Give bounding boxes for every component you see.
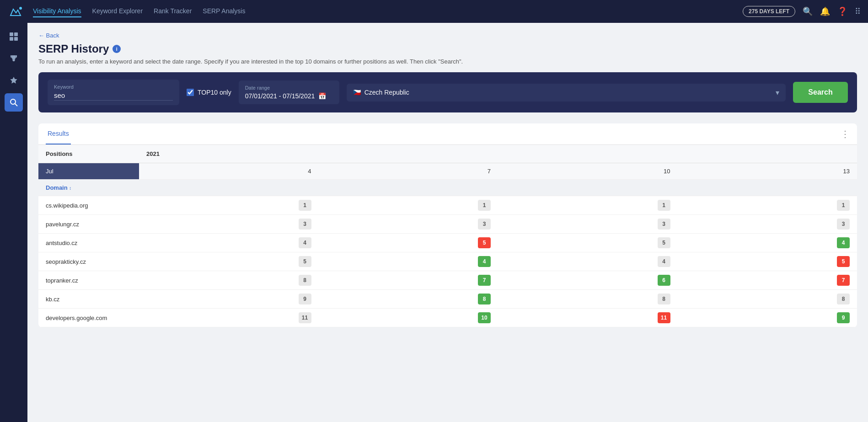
nav-links: Visibility Analysis Keyword Explorer Ran… <box>33 5 743 17</box>
rank-badge: 9 <box>299 294 311 304</box>
svg-rect-4 <box>14 37 18 41</box>
more-options-icon[interactable]: ⋮ <box>841 128 850 139</box>
rank-cell: 5 <box>678 252 857 271</box>
rank-cell: 4 <box>319 252 498 271</box>
help-icon[interactable]: ❓ <box>837 6 847 16</box>
svg-rect-2 <box>14 32 18 36</box>
nav-keyword-explorer[interactable]: Keyword Explorer <box>92 5 143 17</box>
svg-line-6 <box>15 104 18 107</box>
domain-cell: kb.cz <box>38 290 139 309</box>
rank-badge: 5 <box>837 256 850 267</box>
nav-rank-tracker[interactable]: Rank Tracker <box>154 5 192 17</box>
country-wrapper: 🇨🇿 Czech Republic ▾ <box>347 84 786 101</box>
date-col-4: 4 <box>139 163 319 180</box>
rank-badge: 5 <box>478 237 491 248</box>
nav-right: 275 DAYS LEFT 🔍 🔔 ❓ ⠿ <box>743 6 861 17</box>
country-row: 🇨🇿 Czech Republic ▾ <box>353 88 779 97</box>
rank-cell: 1 <box>139 196 319 215</box>
rank-cell: 4 <box>678 234 857 252</box>
country-select[interactable]: 🇨🇿 Czech Republic <box>353 89 409 96</box>
table-row: cs.wikipedia.org1111 <box>38 196 857 215</box>
tabs-header: Results ⋮ <box>38 123 857 145</box>
table-row: developers.google.com1110119 <box>38 309 857 327</box>
rank-badge: 3 <box>478 219 491 230</box>
top10-label: TOP10 only <box>198 89 231 96</box>
rank-badge: 5 <box>299 256 311 267</box>
days-left-badge[interactable]: 275 DAYS LEFT <box>743 6 795 17</box>
top10-checkbox-wrapper[interactable]: TOP10 only <box>187 89 231 96</box>
top10-checkbox[interactable] <box>187 89 194 96</box>
rank-badge: 1 <box>658 200 670 211</box>
rank-badge: 8 <box>658 294 670 304</box>
rank-cell: 1 <box>498 196 678 215</box>
rank-cell: 9 <box>678 309 857 327</box>
rank-badge: 3 <box>299 219 311 230</box>
rank-badge: 5 <box>658 237 670 248</box>
rank-cell: 1 <box>319 196 498 215</box>
nav-visibility-analysis[interactable]: Visibility Analysis <box>33 5 81 17</box>
date-col-7: 7 <box>319 163 498 180</box>
sidebar-dashboard-icon[interactable] <box>5 27 23 46</box>
date-range-label: Date range <box>245 85 333 91</box>
sort-icon[interactable]: ↕ <box>69 186 71 191</box>
sidebar-trophy-icon[interactable] <box>5 49 23 68</box>
year-header: 2021 <box>139 145 857 163</box>
table-row: topranker.cz8767 <box>38 271 857 290</box>
rank-cell: 8 <box>498 290 678 309</box>
date-range-value[interactable]: 07/01/2021 - 07/15/2021 📅 <box>245 92 333 100</box>
date-col-13: 13 <box>678 163 857 180</box>
rank-cell: 1 <box>678 196 857 215</box>
rank-cell: 3 <box>498 215 678 234</box>
dropdown-arrow-icon: ▾ <box>776 88 779 97</box>
header-section: ← Back SERP History i To run an analysis… <box>27 23 868 112</box>
nav-serp-analysis[interactable]: SERP Analysis <box>203 5 245 17</box>
keyword-input[interactable] <box>54 91 173 101</box>
rank-badge: 7 <box>478 275 491 286</box>
domain-cell: developers.google.com <box>38 309 139 327</box>
rank-cell: 5 <box>319 234 498 252</box>
rank-cell: 4 <box>139 234 319 252</box>
calendar-icon: 📅 <box>318 92 326 100</box>
table-row: pavelungr.cz3333 <box>38 215 857 234</box>
back-link[interactable]: ← Back <box>38 32 59 39</box>
rank-cell: 8 <box>678 290 857 309</box>
rank-cell: 7 <box>678 271 857 290</box>
rank-cell: 3 <box>139 215 319 234</box>
tab-results[interactable]: Results <box>46 123 71 144</box>
rank-badge: 4 <box>658 256 670 267</box>
rank-cell: 8 <box>319 290 498 309</box>
rank-badge: 6 <box>658 275 670 286</box>
sidebar-star-icon[interactable] <box>5 71 23 90</box>
rank-badge: 8 <box>478 294 491 304</box>
rank-cell: 8 <box>139 271 319 290</box>
results-card: Results ⋮ Positions 2021 Jul 4 <box>38 123 857 327</box>
sidebar-search-icon[interactable] <box>5 93 23 112</box>
rank-cell: 5 <box>139 252 319 271</box>
content-area: ← Back SERP History i To run an analysis… <box>27 23 868 422</box>
info-icon[interactable]: i <box>113 45 121 53</box>
country-value: Czech Republic <box>364 89 409 96</box>
search-button[interactable]: Search <box>793 82 848 103</box>
rank-badge: 3 <box>837 219 850 230</box>
rank-cell: 10 <box>319 309 498 327</box>
top-navigation: Visibility Analysis Keyword Explorer Ran… <box>0 0 868 23</box>
domain-cell: antstudio.cz <box>38 234 139 252</box>
svg-point-0 <box>19 7 22 10</box>
bell-icon[interactable]: 🔔 <box>820 6 830 16</box>
rank-badge: 1 <box>478 200 491 211</box>
rank-badge: 4 <box>478 256 491 267</box>
rank-badge: 4 <box>299 237 311 248</box>
date-col-10: 10 <box>498 163 678 180</box>
rank-cell: 3 <box>678 215 857 234</box>
search-form: Keyword TOP10 only Date range 07/01/2021… <box>38 72 857 112</box>
apps-icon[interactable]: ⠿ <box>855 6 861 16</box>
svg-rect-3 <box>10 37 13 41</box>
rank-badge: 7 <box>837 275 850 286</box>
rank-badge: 8 <box>299 275 311 286</box>
left-sidebar <box>0 23 27 422</box>
logo[interactable] <box>7 3 24 20</box>
rank-badge: 4 <box>837 237 850 248</box>
search-icon[interactable]: 🔍 <box>803 6 813 16</box>
rank-badge: 3 <box>658 219 670 230</box>
rank-cell: 7 <box>319 271 498 290</box>
